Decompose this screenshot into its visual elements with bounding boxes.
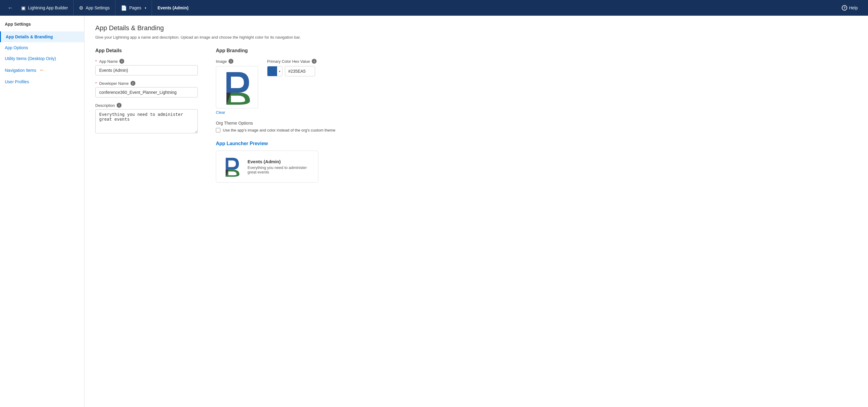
description-input[interactable]: Everything you need to administer great …	[95, 109, 198, 133]
sidebar-item-navigation-items[interactable]: Navigation Items ←	[0, 64, 84, 76]
help-icon: ?	[842, 5, 847, 10]
app-name-group: * App Name i	[95, 59, 198, 76]
help-nav-item[interactable]: ? Help	[836, 0, 863, 16]
sidebar-item-utility-items[interactable]: Utility Items (Desktop Only)	[0, 53, 84, 64]
launcher-text-box: Events (Admin) Everything you need to ad…	[248, 159, 313, 174]
app-settings-label: App Settings	[86, 5, 110, 10]
back-button[interactable]: ←	[5, 0, 16, 16]
main-content: App Details & Branding Give your Lightni…	[85, 16, 868, 407]
page-subtitle: Give your Lightning app a name and descr…	[95, 35, 857, 39]
app-name-info-icon[interactable]: i	[119, 59, 124, 64]
app-launcher-preview-section: App Launcher Preview	[216, 141, 857, 182]
description-info-icon[interactable]: i	[117, 103, 122, 108]
app-name-input[interactable]	[95, 65, 198, 76]
required-marker: *	[95, 81, 97, 86]
org-theme-section: Org Theme Options Use the app's image an…	[216, 121, 857, 133]
navigation-arrow-indicator: ←	[39, 67, 44, 73]
app-builder-icon: ▣	[21, 5, 26, 11]
image-info-icon[interactable]: i	[228, 59, 234, 64]
required-marker: *	[95, 59, 97, 64]
launcher-app-description: Everything you need to administer great …	[248, 165, 313, 174]
sidebar-item-label: App Details & Branding	[6, 34, 53, 39]
app-branding-section: App Branding Image i	[216, 48, 857, 182]
sidebar-item-app-details-branding[interactable]: App Details & Branding	[0, 31, 84, 42]
color-section: Primary Color Hex Value i ▾	[267, 59, 316, 115]
pages-nav-item[interactable]: 📄 Pages ▾	[116, 0, 152, 16]
clear-image-link[interactable]: Clear	[216, 110, 258, 115]
back-icon: ←	[7, 5, 13, 11]
app-image-box[interactable]	[216, 66, 258, 108]
color-info-icon[interactable]: i	[312, 59, 316, 64]
color-swatch-button[interactable]: ▾	[267, 66, 282, 76]
branding-row: Image i	[216, 59, 857, 115]
color-label: Primary Color Hex Value i	[267, 59, 316, 64]
app-details-section: App Details * App Name i * Developer Nam…	[95, 48, 198, 182]
app-name-label: * App Name i	[95, 59, 198, 64]
org-theme-checkbox[interactable]	[216, 128, 220, 133]
sidebar-item-label: Navigation Items	[5, 68, 36, 73]
current-app-name: Events (Admin)	[152, 0, 836, 16]
sidebar-item-app-options[interactable]: App Options	[0, 42, 84, 53]
settings-icon: ⚙	[79, 5, 83, 11]
org-theme-checkbox-row[interactable]: Use the app's image and color instead of…	[216, 128, 857, 133]
org-theme-checkbox-label: Use the app's image and color instead of…	[223, 128, 336, 133]
sidebar-item-label: Utility Items (Desktop Only)	[5, 56, 56, 61]
color-input-row: ▾	[267, 66, 316, 76]
color-swatch	[268, 66, 277, 76]
developer-name-label: * Developer Name i	[95, 81, 198, 86]
app-details-title: App Details	[95, 48, 198, 53]
form-columns: App Details * App Name i * Developer Nam…	[95, 48, 857, 182]
sidebar: App Settings App Details & Branding App …	[0, 16, 85, 407]
top-nav: ← ▣ Lightning App Builder ⚙ App Settings…	[0, 0, 868, 16]
developer-name-info-icon[interactable]: i	[130, 81, 135, 86]
developer-name-group: * Developer Name i	[95, 81, 198, 97]
launcher-preview-title: App Launcher Preview	[216, 141, 857, 146]
sidebar-item-label: User Profiles	[5, 79, 29, 84]
launcher-preview-card: Events (Admin) Everything you need to ad…	[216, 150, 318, 182]
image-section: Image i	[216, 59, 258, 115]
help-label: Help	[849, 5, 858, 10]
developer-name-input[interactable]	[95, 87, 198, 97]
launcher-logo-svg	[222, 156, 242, 177]
app-builder-nav-item[interactable]: ▣ Lightning App Builder	[16, 0, 73, 16]
image-label: Image i	[216, 59, 258, 64]
pages-icon: 📄	[121, 5, 127, 11]
launcher-app-name: Events (Admin)	[248, 159, 313, 164]
app-branding-title: App Branding	[216, 48, 857, 53]
chevron-down-icon: ▾	[145, 6, 146, 10]
sidebar-item-user-profiles[interactable]: User Profiles	[0, 76, 84, 87]
description-group: Description i Everything you need to adm…	[95, 103, 198, 134]
sidebar-item-label: App Options	[5, 45, 28, 50]
color-dropdown-arrow-icon: ▾	[277, 66, 282, 76]
org-theme-title: Org Theme Options	[216, 121, 857, 125]
app-settings-nav-item[interactable]: ⚙ App Settings	[73, 0, 115, 16]
color-hex-input[interactable]	[285, 66, 315, 76]
app-builder-label: Lightning App Builder	[28, 5, 68, 10]
sidebar-title: App Settings	[0, 22, 84, 31]
pages-label: Pages	[129, 5, 142, 10]
description-label: Description i	[95, 103, 198, 108]
launcher-icon-box	[221, 156, 243, 177]
app-layout: App Settings App Details & Branding App …	[0, 16, 868, 407]
page-title: App Details & Branding	[95, 24, 857, 32]
app-logo-svg	[220, 69, 253, 105]
